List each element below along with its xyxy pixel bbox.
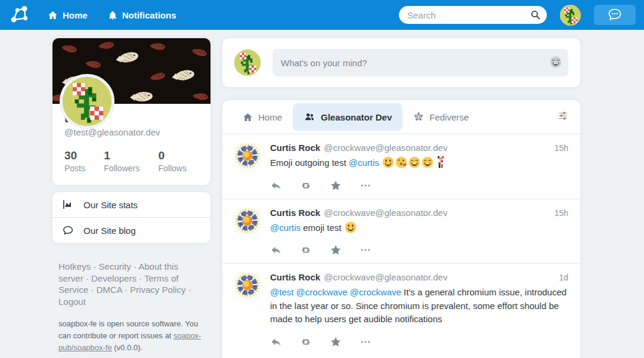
emoji-beaming — [408, 156, 420, 170]
post-timestamp[interactable]: 15h — [555, 208, 568, 218]
chat-button[interactable] — [594, 5, 636, 25]
site-menu: Our Site stats Our Site blog — [52, 192, 210, 243]
footer-link[interactable]: Security — [99, 261, 131, 271]
footer-link[interactable]: Logout — [58, 297, 86, 307]
content: test @test@gleasonator.dev 30 Posts 1 Fo… — [52, 38, 580, 358]
post-content: @test @crockwave @crockwave It's a gener… — [270, 286, 568, 326]
mention-link[interactable]: @test — [270, 287, 293, 297]
favourite-button[interactable] — [330, 244, 342, 256]
profile-avatar[interactable] — [60, 74, 114, 129]
reply-button[interactable] — [270, 336, 282, 348]
user-avatar[interactable] — [560, 5, 581, 26]
menu-item-site-blog[interactable]: Our Site blog — [52, 217, 210, 243]
emoji-beaming — [422, 156, 434, 170]
post-timestamp[interactable]: 15h — [555, 143, 568, 153]
footer-link[interactable]: Developers — [91, 273, 137, 283]
repost-icon — [300, 180, 312, 192]
favourite-button[interactable] — [330, 336, 342, 348]
nav-right — [399, 5, 636, 26]
repost-button[interactable] — [300, 244, 312, 256]
post-author-avatar[interactable] — [234, 208, 261, 234]
footer-version: (v0.0.0). — [112, 343, 143, 352]
emoji-grinning — [345, 221, 357, 235]
more-button[interactable] — [360, 244, 371, 256]
tab-fediverse[interactable]: Fediverse — [402, 103, 479, 131]
post[interactable]: Curtis Rock @crockwave@gleasonator.dev 1… — [222, 263, 580, 355]
stat-posts[interactable]: 30 Posts — [64, 149, 85, 173]
nav-item-label: Home — [63, 10, 88, 20]
post[interactable]: Curtis Rock @crockwave@gleasonator.dev 1… — [222, 199, 580, 264]
more-button[interactable] — [360, 180, 371, 192]
post-author-avatar[interactable] — [234, 143, 261, 169]
post-actions — [270, 180, 568, 192]
bell-icon — [108, 10, 117, 20]
stat-followers[interactable]: 1 Followers — [104, 149, 140, 173]
reply-icon — [270, 244, 282, 256]
repost-icon — [300, 244, 312, 256]
compose-card — [222, 38, 580, 87]
logo-icon — [9, 5, 29, 25]
tab-label: Gleasonator Dev — [321, 112, 392, 122]
ellipsis-icon — [360, 336, 371, 348]
repost-button[interactable] — [300, 336, 312, 348]
compose-field — [273, 49, 568, 76]
star-icon — [330, 244, 342, 256]
search-input[interactable] — [399, 6, 547, 24]
post-actions — [270, 336, 568, 348]
footer-link[interactable]: Privacy Policy — [130, 285, 185, 295]
mention-link[interactable]: @crockwave — [350, 287, 401, 297]
timeline-settings-button[interactable] — [555, 108, 571, 126]
ellipsis-icon — [360, 180, 371, 192]
post-author-name[interactable]: Curtis Rock — [270, 208, 320, 218]
post-author-name[interactable]: Curtis Rock — [270, 272, 320, 282]
post-author-handle: @crockwave@gleasonator.dev — [324, 208, 447, 218]
post-author-avatar[interactable] — [234, 272, 261, 298]
tab-home[interactable]: Home — [232, 104, 293, 131]
home-icon — [48, 10, 58, 20]
emoji-kissing-heart — [395, 156, 407, 170]
stat-value: 1 — [104, 149, 140, 162]
stat-label: Followers — [104, 163, 140, 173]
favourite-button[interactable] — [330, 180, 342, 192]
search-icon[interactable] — [530, 10, 541, 23]
post-text: Emoji outgoing test — [270, 158, 349, 168]
emoji-picker-button[interactable] — [550, 56, 562, 68]
footer-about: soapbox-fe is open source software. You … — [58, 318, 205, 354]
sidebar: test @test@gleasonator.dev 30 Posts 1 Fo… — [52, 38, 210, 358]
stat-follows[interactable]: 0 Follows — [159, 149, 187, 173]
searchbox — [399, 6, 547, 24]
more-button[interactable] — [360, 336, 371, 348]
post-author-handle: @crockwave@gleasonator.dev — [324, 272, 447, 282]
compose-avatar[interactable] — [234, 50, 261, 76]
post-actions — [270, 244, 568, 256]
footer-link[interactable]: DMCA — [96, 285, 122, 295]
mention-link[interactable]: @curtis — [270, 223, 301, 233]
tab-gleasonator-dev[interactable]: Gleasonator Dev — [293, 103, 402, 131]
menu-item-site-stats[interactable]: Our Site stats — [52, 192, 210, 217]
post-timestamp[interactable]: 1d — [559, 273, 568, 282]
emoji-custom — [435, 156, 447, 170]
nav-item-home[interactable]: Home — [48, 10, 88, 20]
nav-item-label: Notifications — [122, 10, 177, 20]
tab-label: Fediverse — [429, 112, 469, 122]
repost-button[interactable] — [300, 180, 312, 192]
mention-link[interactable]: @crockwave — [296, 287, 348, 297]
feed-card: Home Gleasonator Dev — [222, 100, 580, 358]
footer-link[interactable]: Hotkeys — [58, 261, 91, 271]
stat-value: 0 — [159, 149, 187, 162]
navbar: Home Notifications — [0, 0, 644, 30]
reply-icon — [270, 336, 282, 348]
post[interactable]: Curtis Rock @crockwave@gleasonator.dev 1… — [222, 134, 580, 199]
reply-button[interactable] — [270, 244, 282, 256]
sliders-icon — [558, 110, 568, 121]
post-author-name[interactable]: Curtis Rock — [270, 143, 320, 153]
stat-value: 30 — [64, 149, 85, 162]
nav-item-notifications[interactable]: Notifications — [108, 10, 177, 20]
compose-input[interactable] — [273, 49, 568, 76]
reply-button[interactable] — [270, 180, 282, 192]
mention-link[interactable]: @curtis — [349, 158, 379, 168]
ellipsis-icon — [360, 244, 371, 256]
post-content: Emoji outgoing test @curtis — [270, 156, 568, 170]
post-list: Curtis Rock @crockwave@gleasonator.dev 1… — [222, 134, 580, 355]
soapbox-logo[interactable] — [8, 4, 30, 26]
